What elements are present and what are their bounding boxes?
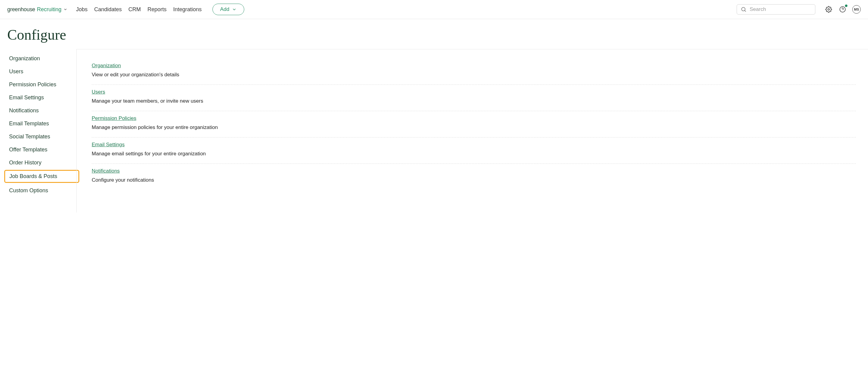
sidebar-item-label: Permission Policies [9,82,56,88]
chevron-down-icon[interactable] [63,7,67,11]
search-box[interactable] [737,4,815,14]
nav-reports[interactable]: Reports [147,6,166,13]
sidebar-item-label: Offer Templates [9,147,47,153]
avatar-initials: MS [854,7,859,11]
sidebar-item-label: Email Settings [9,94,44,100]
sidebar-item-permission-policies[interactable]: Permission Policies [7,78,76,91]
sidebar-item-email-templates[interactable]: Email Templates [7,117,76,130]
chevron-down-icon [232,7,237,12]
sidebar-item-organization[interactable]: Organization [7,52,76,65]
logo[interactable]: greenhouse Recruiting [7,6,67,13]
sidebar-item-label: Notifications [9,107,39,114]
avatar[interactable]: MS [852,5,861,13]
svg-line-1 [745,10,746,12]
help-button[interactable] [838,5,847,13]
sidebar-item-label: Users [9,68,23,74]
search-icon [741,6,747,12]
search-input[interactable] [750,6,811,12]
notification-dot-icon [845,4,847,7]
section-link-email-settings[interactable]: Email Settings [92,142,125,148]
section-users: Users Manage your team members, or invit… [92,85,856,111]
sidebar-item-label: Custom Options [9,187,48,193]
section-desc: Configure your notifications [92,177,856,183]
sidebar-item-notifications[interactable]: Notifications [7,104,76,117]
sidebar-item-social-templates[interactable]: Social Templates [7,130,76,143]
configure-sidebar: Organization Users Permission Policies E… [0,49,76,203]
section-link-users[interactable]: Users [92,89,105,95]
help-icon [839,6,846,13]
sidebar-item-label: Order History [9,160,41,165]
logo-secondary-text: Recruiting [37,6,61,13]
section-desc: Manage email settings for your entire or… [92,151,856,157]
gear-icon [825,6,832,13]
add-button-label: Add [220,6,229,12]
primary-nav: Jobs Candidates CRM Reports Integrations [76,6,202,13]
section-notifications: Notifications Configure your notificatio… [92,164,856,190]
sidebar-item-order-history[interactable]: Order History [7,156,76,169]
settings-button[interactable] [825,5,833,13]
add-button[interactable]: Add [213,4,244,15]
sidebar-item-email-settings[interactable]: Email Settings [7,91,76,104]
sidebar-item-label: Organization [9,55,40,61]
sidebar-item-custom-options[interactable]: Custom Options [7,184,76,197]
sidebar-item-offer-templates[interactable]: Offer Templates [7,143,76,156]
section-desc: View or edit your organization's details [92,72,856,78]
sidebar-item-label: Email Templates [9,121,49,127]
section-link-notifications[interactable]: Notifications [92,168,120,174]
top-icon-group: MS [825,5,861,13]
nav-crm[interactable]: CRM [128,6,141,13]
sidebar-item-label: Social Templates [9,133,50,140]
top-navbar: greenhouse Recruiting Jobs Candidates CR… [0,0,868,19]
sidebar-item-users[interactable]: Users [7,65,76,78]
nav-integrations[interactable]: Integrations [173,6,202,13]
section-organization: Organization View or edit your organizat… [92,58,856,85]
section-email-settings: Email Settings Manage email settings for… [92,137,856,164]
svg-point-2 [828,8,830,10]
logo-primary-text: greenhouse [7,6,35,13]
sidebar-item-label: Job Boards & Posts [9,173,57,179]
page-title: Configure [0,19,868,49]
svg-point-3 [840,7,845,12]
nav-jobs[interactable]: Jobs [76,6,88,13]
nav-candidates[interactable]: Candidates [94,6,122,13]
section-link-permission-policies[interactable]: Permission Policies [92,115,136,121]
section-desc: Manage permission policies for your enti… [92,124,856,130]
sidebar-item-job-boards-posts[interactable]: Job Boards & Posts [4,170,79,183]
svg-point-0 [742,7,745,11]
section-desc: Manage your team members, or invite new … [92,98,856,104]
main-panel: Organization View or edit your organizat… [76,49,868,213]
section-permission-policies: Permission Policies Manage permission po… [92,111,856,137]
section-link-organization[interactable]: Organization [92,63,121,69]
